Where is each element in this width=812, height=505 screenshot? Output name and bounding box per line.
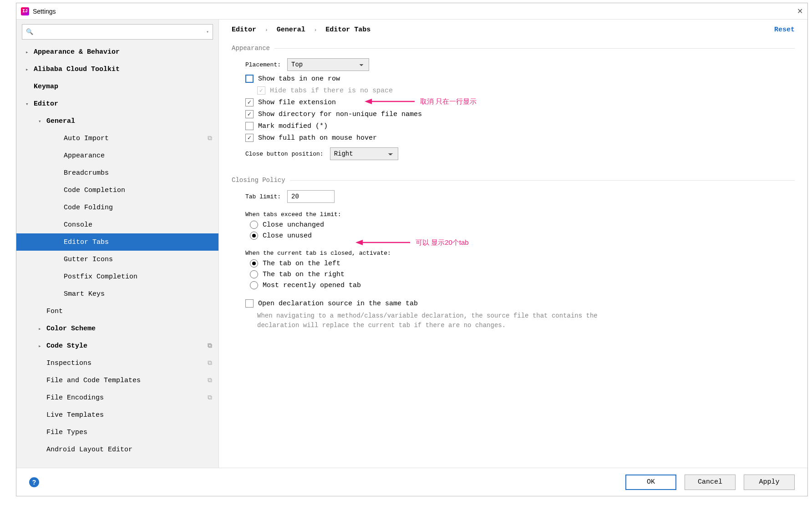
sidebar-item-keymap[interactable]: Keymap <box>16 78 218 95</box>
sidebar-item-general[interactable]: ▾General <box>16 112 218 130</box>
titlebar: IJ Settings ✕ <box>16 3 807 20</box>
settings-dialog: IJ Settings ✕ 🔍 ▾ ▸Appearance & Behavior… <box>16 3 808 496</box>
sidebar-item-label: Alibaba Cloud Toolkit <box>34 66 120 73</box>
hide-tabs-checkbox <box>257 86 265 95</box>
app-icon: IJ <box>21 7 29 15</box>
sidebar-item-label: Android Layout Editor <box>46 446 132 454</box>
breadcrumb-item: Editor <box>232 26 256 34</box>
sidebar-item-label: File and Code Templates <box>46 377 141 384</box>
tab-right-label: The tab on the right <box>263 271 345 278</box>
apply-button[interactable]: Apply <box>744 475 795 490</box>
tab-left-label: The tab on the left <box>263 260 340 268</box>
sidebar-item-console[interactable]: Console <box>16 216 218 233</box>
sidebar-item-live-templates[interactable]: Live Templates <box>16 406 218 424</box>
chevron-right-icon: ▸ <box>25 66 34 72</box>
hide-tabs-label: Hide tabs if there is no space <box>270 87 393 95</box>
chevron-right-icon: › <box>265 27 268 33</box>
placement-label: Placement: <box>245 61 281 68</box>
sidebar-item-breadcrumbs[interactable]: Breadcrumbs <box>16 164 218 182</box>
mark-modified-checkbox[interactable] <box>245 122 254 130</box>
show-full-path-checkbox[interactable] <box>245 134 254 142</box>
sidebar-item-label: Smart Keys <box>64 290 105 298</box>
sidebar-item-label: Console <box>64 221 92 229</box>
section-closing-policy: Closing Policy <box>232 177 795 184</box>
sidebar-item-label: Auto Import <box>64 135 109 142</box>
sidebar-item-editor[interactable]: ▾Editor <box>16 95 218 112</box>
sidebar-item-label: Gutter Icons <box>64 256 113 263</box>
chevron-right-icon: › <box>314 27 317 33</box>
help-icon[interactable]: ? <box>29 477 39 487</box>
sidebar-item-label: Keymap <box>34 83 58 91</box>
sidebar-item-inspections[interactable]: Inspections⧉ <box>16 354 218 372</box>
breadcrumb-item: Editor Tabs <box>325 26 370 34</box>
exceed-limit-label: When tabs exceed the limit: <box>245 211 795 218</box>
close-unchanged-radio[interactable] <box>250 221 258 229</box>
sidebar-item-label: File Encodings <box>46 394 104 402</box>
copy-icon: ⧉ <box>208 377 212 384</box>
sidebar-item-file-types[interactable]: File Types <box>16 424 218 441</box>
sidebar-item-label: Font <box>46 308 63 315</box>
close-unused-radio[interactable] <box>250 232 258 240</box>
sidebar-item-code-style[interactable]: ▸Code Style⧉ <box>16 337 218 354</box>
main-panel: Editor › General › Editor Tabs Reset App… <box>219 20 807 468</box>
copy-icon: ⧉ <box>208 135 212 142</box>
sidebar-item-label: Live Templates <box>46 411 104 419</box>
settings-tree: ▸Appearance & Behavior▸Alibaba Cloud Too… <box>16 43 218 468</box>
sidebar-item-smart-keys[interactable]: Smart Keys <box>16 285 218 303</box>
sidebar-item-label: General <box>46 117 75 125</box>
show-tabs-one-row-checkbox[interactable] <box>245 75 254 83</box>
breadcrumb: Editor › General › Editor Tabs <box>232 26 370 34</box>
tab-recent-radio[interactable] <box>250 281 258 289</box>
close-icon[interactable]: ✕ <box>797 7 803 15</box>
sidebar-item-auto-import[interactable]: Auto Import⧉ <box>16 130 218 147</box>
sidebar-item-alibaba-cloud-toolkit[interactable]: ▸Alibaba Cloud Toolkit <box>16 61 218 78</box>
chevron-down-icon: ▾ <box>206 29 209 35</box>
sidebar-item-android-layout-editor[interactable]: Android Layout Editor <box>16 441 218 458</box>
close-unchanged-label: Close unchanged <box>263 221 324 229</box>
sidebar-item-gutter-icons[interactable]: Gutter Icons <box>16 251 218 268</box>
chevron-down-icon: ▾ <box>25 101 34 107</box>
sidebar-item-code-folding[interactable]: Code Folding <box>16 199 218 216</box>
close-button-position-select[interactable]: Right <box>330 147 398 160</box>
open-declaration-hint: When navigating to a method/class/variab… <box>257 311 612 330</box>
tab-left-radio[interactable] <box>250 259 258 268</box>
section-appearance: Appearance <box>232 45 795 52</box>
sidebar-item-color-scheme[interactable]: ▸Color Scheme <box>16 320 218 337</box>
tab-limit-label: Tab limit: <box>245 193 281 200</box>
sidebar-item-file-and-code-templates[interactable]: File and Code Templates⧉ <box>16 372 218 389</box>
tab-right-radio[interactable] <box>250 270 258 278</box>
sidebar-item-label: Appearance <box>64 152 105 160</box>
search-input[interactable]: 🔍 ▾ <box>22 24 213 40</box>
sidebar-item-font[interactable]: Font <box>16 303 218 320</box>
show-directory-checkbox[interactable] <box>245 110 254 118</box>
show-tabs-one-row-label: Show tabs in one row <box>258 75 340 83</box>
placement-select[interactable]: Top <box>287 58 369 71</box>
sidebar-item-editor-tabs[interactable]: Editor Tabs <box>16 233 218 251</box>
show-file-ext-checkbox[interactable] <box>245 98 254 106</box>
chevron-right-icon: ▸ <box>38 326 46 332</box>
sidebar-item-label: Postfix Completion <box>64 273 137 281</box>
sidebar-item-appearance[interactable]: Appearance <box>16 147 218 164</box>
sidebar-item-label: Appearance & Behavior <box>34 48 120 56</box>
sidebar-item-label: Editor Tabs <box>64 238 109 246</box>
chevron-right-icon: ▸ <box>38 343 46 349</box>
dialog-footer: ? OK Cancel Apply <box>16 468 807 496</box>
sidebar-item-postfix-completion[interactable]: Postfix Completion <box>16 268 218 285</box>
sidebar: 🔍 ▾ ▸Appearance & Behavior▸Alibaba Cloud… <box>16 20 219 468</box>
cancel-button[interactable]: Cancel <box>685 475 736 490</box>
open-declaration-checkbox[interactable] <box>245 299 254 308</box>
reset-link[interactable]: Reset <box>774 26 795 34</box>
sidebar-item-file-encodings[interactable]: File Encodings⧉ <box>16 389 218 406</box>
tab-limit-input[interactable] <box>287 190 335 203</box>
sidebar-item-label: Color Scheme <box>46 325 96 333</box>
show-directory-label: Show directory for non-unique file names <box>258 111 422 118</box>
chevron-down-icon: ▾ <box>38 118 46 124</box>
mark-modified-label: Mark modified (*) <box>258 122 328 130</box>
sidebar-item-appearance-behavior[interactable]: ▸Appearance & Behavior <box>16 43 218 61</box>
copy-icon: ⧉ <box>208 342 212 349</box>
ok-button[interactable]: OK <box>625 475 676 490</box>
sidebar-item-label: Editor <box>34 100 58 108</box>
sidebar-item-label: Code Folding <box>64 204 113 212</box>
search-icon: 🔍 <box>26 28 33 35</box>
sidebar-item-code-completion[interactable]: Code Completion <box>16 182 218 199</box>
